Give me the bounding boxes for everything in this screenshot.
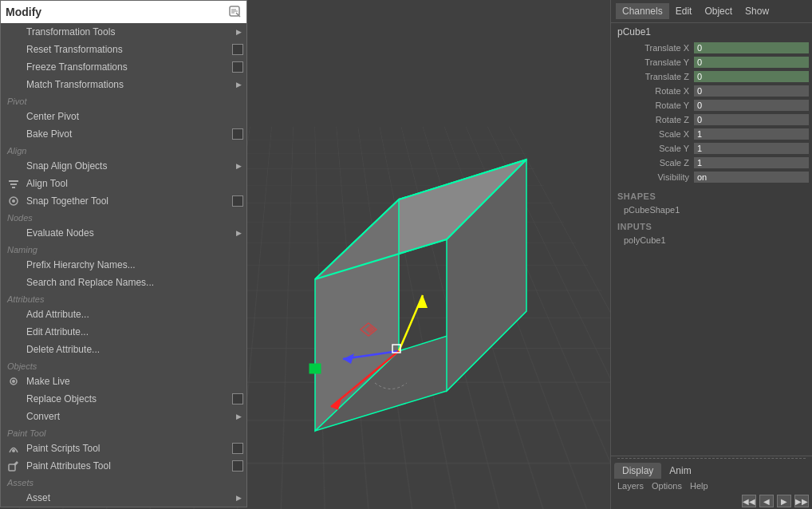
arrow-back[interactable]: ◀ (759, 495, 774, 507)
channel-value-rx[interactable]: 0 (694, 85, 809, 97)
menu-item-label: Replace Objects (26, 393, 97, 404)
svg-rect-22 (10, 183, 17, 185)
menu-item-label: Convert (26, 411, 60, 422)
shapes-header: SHAPES (611, 189, 812, 203)
channel-value-sy[interactable]: 1 (694, 143, 809, 154)
tab-show[interactable]: Show (739, 3, 775, 19)
section-label-assets: Assets (1, 475, 246, 489)
bottom-menu-layers[interactable]: Layers (617, 481, 644, 491)
menu-item-match-transformations[interactable]: Match Transformations (1, 76, 246, 93)
channel-label-ty: Translate Y (614, 57, 694, 67)
menu-item-align-tool[interactable]: Align Tool (1, 175, 246, 192)
channel-label-rz: Rotate Z (614, 115, 694, 124)
right-panel: Channels Edit Object Show pCube1 Transla… (610, 0, 812, 509)
paint-scripts-checkbox[interactable] (232, 443, 243, 454)
tab-anim[interactable]: Anim (661, 463, 699, 479)
bake-pivot-checkbox[interactable] (232, 128, 243, 140)
tab-edit[interactable]: Edit (669, 3, 699, 19)
channel-label-sx: Scale X (614, 129, 694, 139)
svg-rect-12 (309, 364, 321, 373)
channel-value-rz[interactable]: 0 (694, 114, 809, 125)
modify-menu: Transformation Tools Reset Transformatio… (0, 0, 247, 507)
inputs-section: INPUTS polyCube1 (611, 219, 812, 247)
channel-label-tz: Translate Z (614, 72, 694, 81)
menu-item-search-replace-names[interactable]: Search and Replace Names... (1, 274, 246, 291)
tab-channels[interactable]: Channels (616, 3, 669, 19)
snap-icon (6, 194, 22, 208)
menu-item-paint-scripts-tool[interactable]: Paint Scripts Tool (1, 440, 246, 457)
menu-item-make-live[interactable]: Make Live (1, 373, 246, 390)
channel-label-tx: Translate X (614, 43, 694, 53)
align-icon (6, 176, 22, 191)
object-name: pCube1 (611, 23, 812, 41)
channel-row-translate-y: Translate Y 0 (611, 55, 812, 69)
reset-transformations-checkbox[interactable] (232, 44, 243, 55)
menu-item-label: Prefix Hierarchy Names... (26, 259, 136, 270)
replace-objects-checkbox[interactable] (232, 393, 243, 404)
svg-rect-21 (9, 180, 18, 182)
menu-item-label: Search and Replace Names... (26, 277, 154, 288)
channel-row-scale-x: Scale X 1 (611, 127, 812, 141)
menu-item-reset-transformations[interactable]: Reset Transformations (1, 41, 246, 58)
menu-item-transformation-tools[interactable]: Transformation Tools (1, 23, 246, 41)
channel-value-sz[interactable]: 1 (694, 157, 809, 168)
channel-label-rx: Rotate X (614, 86, 694, 96)
menu-item-snap-together-tool[interactable]: Snap Together Tool (1, 192, 246, 210)
menu-item-label: Snap Align Objects (26, 160, 107, 172)
menu-item-edit-attribute[interactable]: Edit Attribute... (1, 323, 246, 341)
menu-item-label: Make Live (26, 376, 70, 387)
tab-display[interactable]: Display (614, 463, 661, 479)
menu-item-convert[interactable]: Convert (1, 408, 246, 425)
menu-item-bake-pivot[interactable]: Bake Pivot (1, 125, 246, 143)
tab-object[interactable]: Object (698, 3, 739, 19)
channel-value-vis[interactable]: on (694, 172, 809, 183)
menu-item-asset[interactable]: Asset (1, 489, 246, 507)
menu-item-freeze-transformations[interactable]: Freeze Transformations (1, 58, 246, 76)
menu-item-add-attribute[interactable]: Add Attribute... (1, 306, 246, 323)
channel-value-ty[interactable]: 0 (694, 57, 809, 68)
bottom-menu-help[interactable]: Help (690, 481, 708, 491)
freeze-transformations-checkbox[interactable] (232, 61, 243, 73)
menu-search-bar[interactable] (1, 1, 246, 23)
channel-value-ry[interactable]: 0 (694, 100, 809, 111)
menu-item-label: Transformation Tools (26, 26, 115, 37)
menu-item-label: Center Pivot (26, 111, 79, 122)
bottom-tabs: Display Anim (611, 460, 812, 479)
svg-point-27 (12, 380, 15, 383)
bottom-menu-options[interactable]: Options (652, 481, 682, 491)
menu-item-label: Bake Pivot (26, 128, 72, 140)
channel-row-translate-z: Translate Z 0 (611, 69, 812, 84)
arrow-skip-forward[interactable]: ▶▶ (794, 495, 809, 507)
menu-item-label: Align Tool (26, 178, 68, 189)
shapes-item-pcubeshape1[interactable]: pCubeShape1 (611, 203, 812, 216)
snap-together-checkbox[interactable] (232, 195, 243, 207)
channel-value-sx[interactable]: 1 (694, 128, 809, 140)
menu-item-label: Add Attribute... (26, 309, 89, 320)
menu-search-input[interactable] (6, 6, 229, 18)
menu-item-label: Asset (26, 492, 50, 503)
section-label-paint-tool: Paint Tool (1, 425, 246, 440)
paint-attributes-checkbox[interactable] (232, 460, 243, 472)
channel-value-tz[interactable]: 0 (694, 71, 809, 82)
section-label-nodes: Nodes (1, 210, 246, 224)
menu-item-center-pivot[interactable]: Center Pivot (1, 108, 246, 125)
paint-attr-icon (6, 459, 22, 473)
menu-item-replace-objects[interactable]: Replace Objects (1, 390, 246, 408)
menu-item-paint-attributes-tool[interactable]: Paint Attributes Tool (1, 457, 246, 475)
section-label-pivot: Pivot (1, 93, 246, 108)
menu-item-snap-align-objects[interactable]: Snap Align Objects (1, 157, 246, 175)
channel-row-scale-y: Scale Y 1 (611, 141, 812, 156)
arrow-skip-back[interactable]: ◀◀ (742, 495, 756, 507)
panel-bottom: Display Anim Layers Options Help ◀◀ ◀ ▶ … (611, 456, 812, 509)
channel-value-tx[interactable]: 0 (694, 42, 809, 53)
menu-item-label: Reset Transformations (26, 44, 123, 55)
menu-item-label: Evaluate Nodes (26, 227, 94, 239)
arrow-forward[interactable]: ▶ (777, 495, 791, 507)
menu-item-label: Paint Scripts Tool (26, 443, 101, 454)
menu-item-evaluate-nodes[interactable]: Evaluate Nodes (1, 224, 246, 242)
channel-label-sz: Scale Z (614, 158, 694, 168)
menu-item-prefix-hierarchy-names[interactable]: Prefix Hierarchy Names... (1, 256, 246, 274)
menu-search-icon (229, 6, 242, 18)
inputs-item-polycube1[interactable]: polyCube1 (611, 234, 812, 247)
menu-item-delete-attribute[interactable]: Delete Attribute... (1, 341, 246, 358)
